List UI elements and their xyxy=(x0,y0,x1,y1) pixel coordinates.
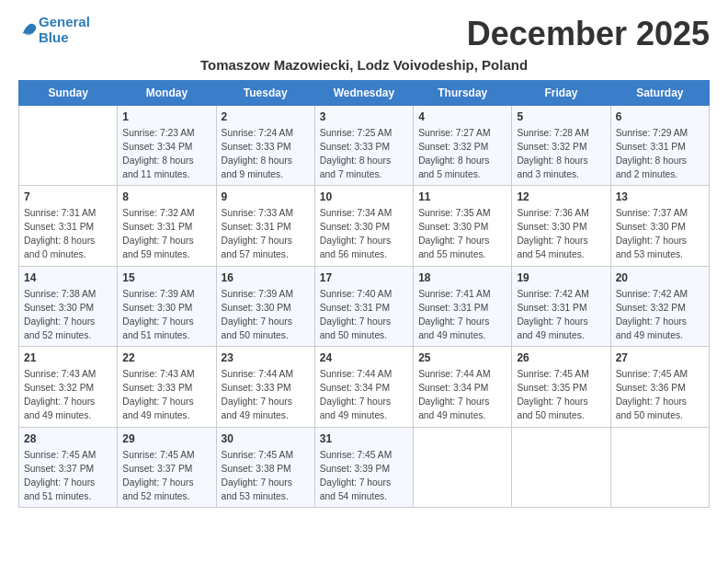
day-number: 5 xyxy=(517,109,605,125)
day-number: 18 xyxy=(418,270,506,286)
calendar-cell: 1Sunrise: 7:23 AM Sunset: 3:34 PM Daylig… xyxy=(118,106,216,186)
day-number: 13 xyxy=(616,190,704,205)
header-thursday: Thursday xyxy=(414,81,512,106)
day-content: Sunrise: 7:45 AM Sunset: 3:35 PM Dayligh… xyxy=(517,368,605,423)
day-content: Sunrise: 7:45 AM Sunset: 3:37 PM Dayligh… xyxy=(24,449,112,504)
day-content: Sunrise: 7:45 AM Sunset: 3:36 PM Dayligh… xyxy=(616,368,704,423)
day-number: 7 xyxy=(24,190,112,205)
day-number: 31 xyxy=(320,431,408,447)
day-number: 10 xyxy=(320,190,408,205)
header-saturday: Saturday xyxy=(610,81,709,106)
day-content: Sunrise: 7:45 AM Sunset: 3:38 PM Dayligh… xyxy=(222,449,310,504)
calendar-cell: 22Sunrise: 7:43 AM Sunset: 3:33 PM Dayli… xyxy=(118,347,216,427)
header-sunday: Sunday xyxy=(19,81,118,106)
header: General Blue December 2025 xyxy=(18,15,710,53)
calendar-cell xyxy=(414,427,512,507)
day-number: 11 xyxy=(418,190,506,205)
day-number: 30 xyxy=(222,431,310,447)
day-content: Sunrise: 7:23 AM Sunset: 3:34 PM Dayligh… xyxy=(122,127,210,182)
day-number: 12 xyxy=(517,190,605,205)
logo-icon xyxy=(18,17,39,38)
day-number: 27 xyxy=(616,350,704,366)
logo-general: General xyxy=(39,14,90,29)
day-number: 1 xyxy=(122,109,210,125)
calendar-cell: 31Sunrise: 7:45 AM Sunset: 3:39 PM Dayli… xyxy=(314,427,413,507)
day-number: 9 xyxy=(222,190,310,205)
calendar-cell: 27Sunrise: 7:45 AM Sunset: 3:36 PM Dayli… xyxy=(610,347,709,427)
day-content: Sunrise: 7:36 AM Sunset: 3:30 PM Dayligh… xyxy=(517,207,605,262)
calendar-cell: 8Sunrise: 7:32 AM Sunset: 3:31 PM Daylig… xyxy=(118,186,216,266)
day-number: 23 xyxy=(222,350,310,366)
calendar-cell: 6Sunrise: 7:29 AM Sunset: 3:31 PM Daylig… xyxy=(610,106,709,186)
calendar-cell: 24Sunrise: 7:44 AM Sunset: 3:34 PM Dayli… xyxy=(314,347,413,427)
day-content: Sunrise: 7:32 AM Sunset: 3:31 PM Dayligh… xyxy=(122,207,210,262)
day-content: Sunrise: 7:42 AM Sunset: 3:31 PM Dayligh… xyxy=(517,288,605,343)
day-content: Sunrise: 7:40 AM Sunset: 3:31 PM Dayligh… xyxy=(320,288,408,343)
calendar-week-1: 1Sunrise: 7:23 AM Sunset: 3:34 PM Daylig… xyxy=(19,106,710,186)
day-content: Sunrise: 7:28 AM Sunset: 3:32 PM Dayligh… xyxy=(517,127,605,182)
calendar-week-2: 7Sunrise: 7:31 AM Sunset: 3:31 PM Daylig… xyxy=(19,186,710,266)
day-number: 22 xyxy=(122,350,210,366)
calendar-cell: 21Sunrise: 7:43 AM Sunset: 3:32 PM Dayli… xyxy=(19,347,118,427)
day-number: 16 xyxy=(222,270,310,286)
calendar-cell: 18Sunrise: 7:41 AM Sunset: 3:31 PM Dayli… xyxy=(414,266,512,346)
calendar-cell: 16Sunrise: 7:39 AM Sunset: 3:30 PM Dayli… xyxy=(216,266,314,346)
calendar-header-row: SundayMondayTuesdayWednesdayThursdayFrid… xyxy=(19,81,710,106)
calendar-cell: 2Sunrise: 7:24 AM Sunset: 3:33 PM Daylig… xyxy=(216,106,314,186)
calendar-cell: 30Sunrise: 7:45 AM Sunset: 3:38 PM Dayli… xyxy=(216,427,314,507)
calendar-week-3: 14Sunrise: 7:38 AM Sunset: 3:30 PM Dayli… xyxy=(19,266,710,346)
day-number: 26 xyxy=(517,350,605,366)
calendar-cell: 15Sunrise: 7:39 AM Sunset: 3:30 PM Dayli… xyxy=(118,266,216,346)
logo: General Blue xyxy=(18,15,90,45)
day-content: Sunrise: 7:45 AM Sunset: 3:39 PM Dayligh… xyxy=(320,449,408,504)
calendar-cell: 14Sunrise: 7:38 AM Sunset: 3:30 PM Dayli… xyxy=(19,266,118,346)
calendar-cell xyxy=(610,427,709,507)
calendar-cell: 12Sunrise: 7:36 AM Sunset: 3:30 PM Dayli… xyxy=(512,186,610,266)
day-number: 21 xyxy=(24,350,112,366)
day-content: Sunrise: 7:38 AM Sunset: 3:30 PM Dayligh… xyxy=(24,288,112,343)
day-content: Sunrise: 7:39 AM Sunset: 3:30 PM Dayligh… xyxy=(122,288,210,343)
day-content: Sunrise: 7:44 AM Sunset: 3:34 PM Dayligh… xyxy=(418,368,506,423)
day-number: 17 xyxy=(320,270,408,286)
day-content: Sunrise: 7:42 AM Sunset: 3:32 PM Dayligh… xyxy=(616,288,704,343)
day-content: Sunrise: 7:33 AM Sunset: 3:31 PM Dayligh… xyxy=(222,207,310,262)
day-content: Sunrise: 7:44 AM Sunset: 3:34 PM Dayligh… xyxy=(320,368,408,423)
header-wednesday: Wednesday xyxy=(314,81,413,106)
page-title: December 2025 xyxy=(467,15,710,53)
day-content: Sunrise: 7:35 AM Sunset: 3:30 PM Dayligh… xyxy=(418,207,506,262)
calendar-cell: 3Sunrise: 7:25 AM Sunset: 3:33 PM Daylig… xyxy=(314,106,413,186)
day-number: 25 xyxy=(418,350,506,366)
day-number: 28 xyxy=(24,431,112,447)
day-content: Sunrise: 7:34 AM Sunset: 3:30 PM Dayligh… xyxy=(320,207,408,262)
day-number: 3 xyxy=(320,109,408,125)
header-tuesday: Tuesday xyxy=(216,81,314,106)
calendar-cell: 17Sunrise: 7:40 AM Sunset: 3:31 PM Dayli… xyxy=(314,266,413,346)
day-number: 4 xyxy=(418,109,506,125)
calendar-cell: 20Sunrise: 7:42 AM Sunset: 3:32 PM Dayli… xyxy=(610,266,709,346)
calendar-table: SundayMondayTuesdayWednesdayThursdayFrid… xyxy=(18,80,710,508)
day-content: Sunrise: 7:37 AM Sunset: 3:30 PM Dayligh… xyxy=(616,207,704,262)
calendar-cell: 7Sunrise: 7:31 AM Sunset: 3:31 PM Daylig… xyxy=(19,186,118,266)
day-number: 19 xyxy=(517,270,605,286)
calendar-cell: 9Sunrise: 7:33 AM Sunset: 3:31 PM Daylig… xyxy=(216,186,314,266)
day-content: Sunrise: 7:31 AM Sunset: 3:31 PM Dayligh… xyxy=(24,207,112,262)
day-number: 6 xyxy=(616,109,704,125)
calendar-cell: 5Sunrise: 7:28 AM Sunset: 3:32 PM Daylig… xyxy=(512,106,610,186)
day-content: Sunrise: 7:43 AM Sunset: 3:33 PM Dayligh… xyxy=(122,368,210,423)
day-content: Sunrise: 7:39 AM Sunset: 3:30 PM Dayligh… xyxy=(222,288,310,343)
calendar-week-4: 21Sunrise: 7:43 AM Sunset: 3:32 PM Dayli… xyxy=(19,347,710,427)
day-number: 24 xyxy=(320,350,408,366)
day-number: 8 xyxy=(122,190,210,205)
day-number: 29 xyxy=(122,431,210,447)
calendar-cell: 29Sunrise: 7:45 AM Sunset: 3:37 PM Dayli… xyxy=(118,427,216,507)
day-content: Sunrise: 7:29 AM Sunset: 3:31 PM Dayligh… xyxy=(616,127,704,182)
calendar-cell: 23Sunrise: 7:44 AM Sunset: 3:33 PM Dayli… xyxy=(216,347,314,427)
day-content: Sunrise: 7:44 AM Sunset: 3:33 PM Dayligh… xyxy=(222,368,310,423)
day-number: 2 xyxy=(222,109,310,125)
calendar-week-5: 28Sunrise: 7:45 AM Sunset: 3:37 PM Dayli… xyxy=(19,427,710,507)
calendar-cell: 26Sunrise: 7:45 AM Sunset: 3:35 PM Dayli… xyxy=(512,347,610,427)
calendar-cell: 13Sunrise: 7:37 AM Sunset: 3:30 PM Dayli… xyxy=(610,186,709,266)
calendar-cell: 19Sunrise: 7:42 AM Sunset: 3:31 PM Dayli… xyxy=(512,266,610,346)
calendar-cell: 4Sunrise: 7:27 AM Sunset: 3:32 PM Daylig… xyxy=(414,106,512,186)
calendar-cell xyxy=(512,427,610,507)
